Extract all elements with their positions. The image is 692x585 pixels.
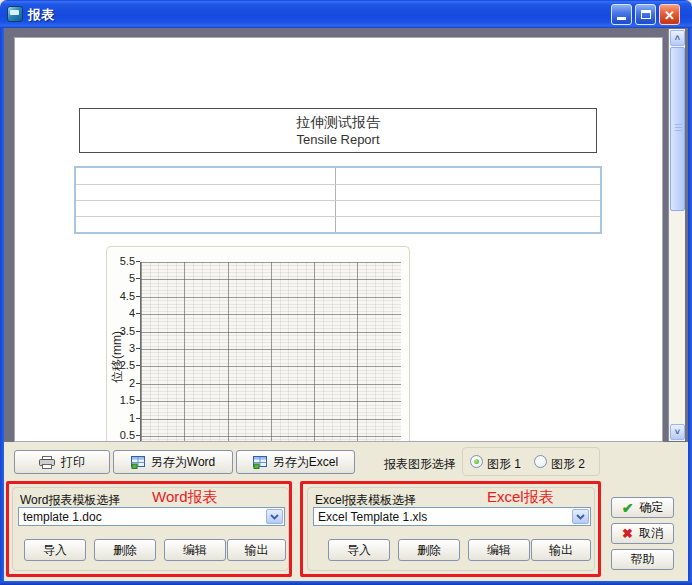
word-delete-button[interactable]: 删除 — [94, 539, 156, 561]
y-tick: 4.5 — [107, 290, 135, 302]
window-title: 报表 — [28, 6, 54, 24]
word-template-select[interactable]: template 1.doc — [18, 507, 285, 526]
maximize-icon — [641, 10, 651, 19]
graph-select-label: 报表图形选择 — [384, 456, 456, 473]
print-button[interactable]: 打印 — [14, 450, 110, 474]
titlebar: 报表 ✕ — [0, 0, 692, 28]
excel-import-label: 导入 — [347, 542, 371, 559]
ok-button-label: 确定 — [639, 499, 663, 516]
radio-graph-1-label: 图形 1 — [487, 456, 521, 473]
cancel-x-icon: ✖ — [622, 526, 633, 541]
report-title-cn: 拉伸测试报告 — [296, 114, 380, 132]
word-edit-label: 编辑 — [183, 542, 207, 559]
window-frame-bottom — [0, 581, 692, 585]
save-as-word-button[interactable]: 另存为Word — [113, 450, 233, 474]
table-cell — [335, 200, 600, 216]
excel-import-button[interactable]: 导入 — [328, 539, 390, 561]
report-title-box: 拉伸测试报告 Tensile Report — [79, 108, 597, 153]
radio-graph-1[interactable] — [470, 455, 483, 468]
word-annotation-text: Word报表 — [152, 488, 218, 507]
cancel-button[interactable]: ✖ 取消 — [611, 523, 674, 544]
word-export-label: 输出 — [245, 542, 269, 559]
y-tick: 5 — [107, 272, 135, 284]
scroll-down-button[interactable]: ˅ — [670, 424, 685, 440]
word-dropdown-arrow-icon[interactable] — [266, 509, 283, 524]
word-delete-label: 删除 — [113, 542, 137, 559]
printer-icon — [39, 456, 55, 469]
radio-graph-2-label: 图形 2 — [551, 456, 585, 473]
word-template-value: template 1.doc — [23, 510, 102, 524]
help-button-label: 帮助 — [631, 551, 655, 568]
report-preview-area: 拉伸测试报告 Tensile Report 位移(mm) 5.5 5 4.5 4… — [4, 28, 688, 442]
word-import-button[interactable]: 导入 — [24, 539, 86, 561]
print-button-label: 打印 — [61, 454, 85, 471]
scrollbar-thumb[interactable] — [670, 47, 685, 211]
table-cell — [76, 184, 335, 200]
displacement-chart: 位移(mm) 5.5 5 4.5 4 3.5 3 2.5 2 1.5 1 0.5 — [106, 246, 410, 442]
word-import-label: 导入 — [43, 542, 67, 559]
table-cell — [335, 216, 600, 232]
y-tick: 2.5 — [107, 359, 135, 371]
y-tick: 5.5 — [107, 255, 135, 267]
excel-annotation-text: Excel报表 — [487, 488, 554, 507]
report-info-table — [74, 166, 602, 234]
table-cell — [335, 168, 600, 184]
table-cell — [335, 184, 600, 200]
close-button[interactable]: ✕ — [659, 4, 680, 25]
check-icon: ✔ — [622, 500, 634, 516]
save-excel-icon — [253, 456, 267, 469]
table-cell — [76, 216, 335, 232]
window-frame-right — [688, 28, 692, 585]
word-edit-button[interactable]: 编辑 — [164, 539, 226, 561]
save-word-icon — [131, 456, 145, 469]
save-as-word-label: 另存为Word — [151, 454, 215, 471]
save-as-excel-label: 另存为Excel — [273, 454, 338, 471]
y-tick: 1 — [107, 412, 135, 424]
table-cell — [76, 200, 335, 216]
save-as-excel-button[interactable]: 另存为Excel — [236, 450, 355, 474]
help-button[interactable]: 帮助 — [611, 549, 674, 570]
report-title-en: Tensile Report — [296, 132, 379, 147]
y-tick: 3.5 — [107, 325, 135, 337]
close-icon: ✕ — [660, 7, 679, 24]
y-tick: 4 — [107, 307, 135, 319]
report-page: 拉伸测试报告 Tensile Report 位移(mm) 5.5 5 4.5 4… — [14, 37, 663, 442]
excel-template-select[interactable]: Excel Template 1.xls — [313, 507, 591, 526]
excel-edit-label: 编辑 — [487, 542, 511, 559]
y-tick: 1.5 — [107, 394, 135, 406]
preview-scrollbar[interactable]: ˄ ˅ — [668, 29, 685, 441]
excel-delete-label: 删除 — [417, 542, 441, 559]
excel-template-value: Excel Template 1.xls — [318, 510, 427, 524]
word-export-button[interactable]: 输出 — [227, 539, 286, 561]
app-icon — [7, 6, 23, 22]
scroll-up-button[interactable]: ˄ — [670, 30, 685, 46]
excel-delete-button[interactable]: 删除 — [398, 539, 460, 561]
y-tick: 0.5 — [107, 429, 135, 441]
minimize-button[interactable] — [611, 4, 632, 25]
maximize-button[interactable] — [635, 4, 656, 25]
table-cell — [76, 168, 335, 184]
chart-plot-area — [140, 262, 401, 442]
minimize-icon — [617, 17, 626, 20]
radio-graph-2[interactable] — [534, 455, 547, 468]
y-tick: 2 — [107, 377, 135, 389]
excel-export-label: 输出 — [549, 542, 573, 559]
excel-export-button[interactable]: 输出 — [531, 539, 591, 561]
y-tick: 3 — [107, 342, 135, 354]
cancel-button-label: 取消 — [639, 525, 663, 542]
excel-dropdown-arrow-icon[interactable] — [572, 509, 589, 524]
report-dialog-window: 报表 ✕ 拉伸测试报告 Tensile Report 位 — [0, 0, 692, 585]
ok-button[interactable]: ✔ 确定 — [611, 497, 674, 518]
excel-edit-button[interactable]: 编辑 — [468, 539, 530, 561]
